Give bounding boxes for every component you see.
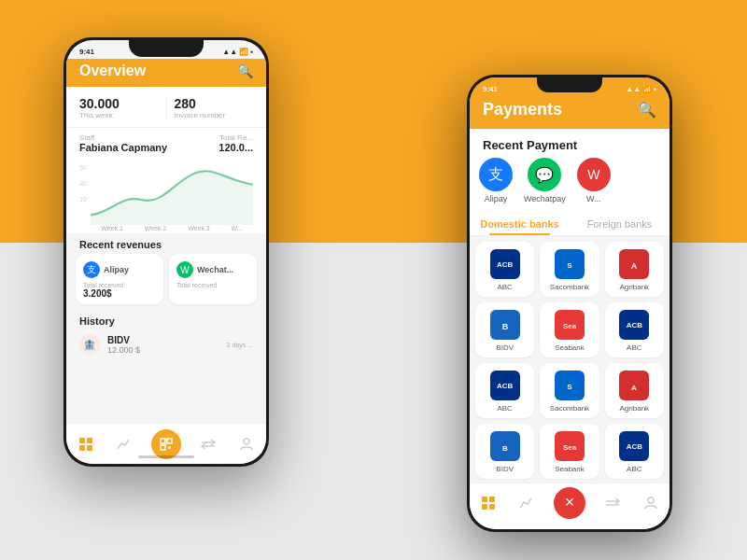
overview-title: Overview: [79, 63, 146, 79]
notch-right: [537, 77, 602, 92]
signal-icon-right: ▲▲: [626, 85, 641, 93]
nav-grid-right[interactable]: [477, 492, 500, 514]
payments-header: Payments 🔍: [470, 96, 669, 129]
nav-chart-icon[interactable]: [113, 433, 135, 455]
chart-y-10: 10: [79, 196, 87, 203]
history-time: 3 days ...: [227, 342, 253, 348]
bidv-icon: 🏦: [79, 334, 100, 355]
overview-header: Overview 🔍: [66, 59, 266, 87]
stat-invoice: 280 Invoice number: [175, 96, 254, 119]
history-header: History: [66, 310, 266, 330]
revenue-cards: 支 Alipay Total received 3.200$ W Wechat.…: [66, 254, 266, 310]
total-info: Total Re... 120.0...: [218, 133, 253, 153]
home-indicator-left: [138, 455, 194, 458]
svg-text:A: A: [631, 261, 638, 271]
revenues-header: Recent revenues: [66, 233, 266, 254]
bank-logo-agri-2: A: [619, 371, 649, 400]
staff-name: Fabiana Capmany: [79, 142, 167, 153]
svg-text:S: S: [567, 383, 572, 391]
bank-acb-3[interactable]: ACB ABC: [475, 363, 534, 418]
phone-overview: 9:41 ▲▲ 📶 ▪ Overview 🔍 30.000 This week …: [63, 37, 269, 467]
bank-logo-sacom-1: S: [555, 249, 585, 279]
svg-text:S: S: [567, 261, 572, 270]
nav-grid-icon[interactable]: [75, 433, 97, 455]
bottom-nav-right: ×: [470, 483, 669, 529]
status-icons-left: ▲▲ 📶 ▪: [222, 48, 253, 56]
history-bidv[interactable]: 🏦 BIDV 12.000 $ 3 days ...: [66, 330, 266, 358]
nav-profile-right[interactable]: [640, 492, 662, 514]
nav-chart-right[interactable]: [515, 492, 538, 514]
bank-grid: ACB ABC S Sacombank A Agribank B BI: [470, 236, 669, 484]
bank-name-sea-1: Seabank: [555, 343, 585, 352]
bank-sea-2[interactable]: Sea Seabank: [540, 424, 599, 479]
recent-payment-label: Recent Payment: [470, 129, 669, 158]
battery-icon-right: ▪: [654, 85, 656, 93]
nav-transfer-right[interactable]: [601, 492, 624, 514]
nav-profile-icon[interactable]: [235, 433, 258, 455]
wechat-icon: W: [176, 261, 193, 278]
status-icons-right: ▲▲ 📶 ▪: [626, 85, 656, 93]
bank-sacom-2[interactable]: S Sacombank: [540, 363, 599, 418]
signal-icon: ▲▲: [222, 48, 237, 56]
chart-y-60: 60: [79, 164, 87, 171]
bank-name-acb-1: ABC: [497, 283, 512, 291]
bank-name-acb-4: ABC: [627, 465, 641, 473]
bank-agri-2[interactable]: A Agribank: [605, 363, 664, 418]
search-icon-right[interactable]: 🔍: [638, 101, 656, 119]
bank-bidv-2[interactable]: B BIDV: [475, 424, 534, 479]
bank-acb-1[interactable]: ACB ABC: [475, 242, 534, 297]
bank-bidv-1[interactable]: B BIDV: [475, 302, 534, 357]
svg-rect-2: [161, 445, 165, 450]
stat-amount: 30.000 This week: [79, 96, 159, 119]
alipay-amount: 3.200$: [83, 288, 156, 299]
bank-logo-bidv-1: B: [490, 310, 520, 340]
bank-tabs: Domestic banks Foreign banks: [470, 211, 669, 236]
battery-icon: ▪: [250, 48, 253, 56]
quick-pay-other[interactable]: W W...: [577, 158, 611, 203]
week-1: Week 1: [101, 225, 123, 231]
stat-amount-value: 30.000: [79, 96, 159, 111]
bank-name-bidv-2: BIDV: [496, 465, 514, 473]
bank-name-bidv-1: BIDV: [496, 343, 514, 352]
nav-scan-button[interactable]: [151, 429, 181, 459]
tab-domestic[interactable]: Domestic banks: [470, 211, 570, 235]
bank-agri-1[interactable]: A Agribank: [605, 242, 664, 297]
alipay-icon: 支: [83, 261, 100, 278]
svg-point-6: [244, 439, 249, 444]
bank-acb-2[interactable]: ACB ABC: [605, 302, 664, 357]
notch-left: [129, 40, 204, 57]
chart-area: 60 30 10 Week 1 Week 2 Week 3 W...: [66, 159, 266, 233]
svg-text:B: B: [502, 444, 508, 453]
nav-transfer-icon[interactable]: [197, 433, 219, 455]
history-amount: 12.000 $: [107, 345, 219, 355]
quick-pay-alipay[interactable]: 支 Alipay: [479, 158, 513, 203]
bank-logo-bidv-2: B: [490, 431, 520, 461]
stat-divider: [166, 96, 167, 119]
quick-other-icon: W: [577, 158, 611, 191]
chart-y-labels: 60 30 10: [79, 164, 87, 203]
bank-acb-4[interactable]: ACB ABC: [605, 424, 664, 479]
bank-name-sacom-1: Sacombank: [550, 283, 589, 291]
bank-logo-acb-2: ACB: [619, 310, 649, 340]
revenue-wechat[interactable]: W Wechat... Total received: [169, 254, 257, 304]
bank-sacom-1[interactable]: S Sacombank: [540, 242, 599, 297]
bank-logo-sacom-2: S: [555, 371, 585, 400]
quick-other-label: W...: [586, 194, 601, 203]
search-icon-left[interactable]: 🔍: [237, 63, 253, 78]
status-time-left: 9:41: [79, 48, 94, 56]
history-name: BIDV: [107, 335, 219, 345]
week-4: W...: [232, 225, 243, 231]
bank-name-sea-2: Seabank: [555, 465, 585, 473]
tab-foreign[interactable]: Foreign banks: [570, 211, 669, 235]
chart-y-30: 30: [79, 180, 87, 187]
close-button[interactable]: ×: [554, 487, 585, 519]
svg-rect-1: [167, 439, 172, 443]
quick-pay-wechat[interactable]: 💬 Wechatpay: [524, 158, 566, 203]
staff-row: Staff Fabiana Capmany Total Re... 120.0.…: [66, 128, 266, 159]
staff-label: Staff: [79, 133, 167, 142]
revenue-alipay[interactable]: 支 Alipay Total received 3.200$: [76, 254, 163, 304]
bank-sea-1[interactable]: Sea Seabank: [540, 302, 599, 357]
stat-amount-label: This week: [79, 111, 159, 119]
stat-invoice-value: 280: [175, 96, 254, 111]
bank-logo-agri-1: A: [619, 249, 649, 279]
